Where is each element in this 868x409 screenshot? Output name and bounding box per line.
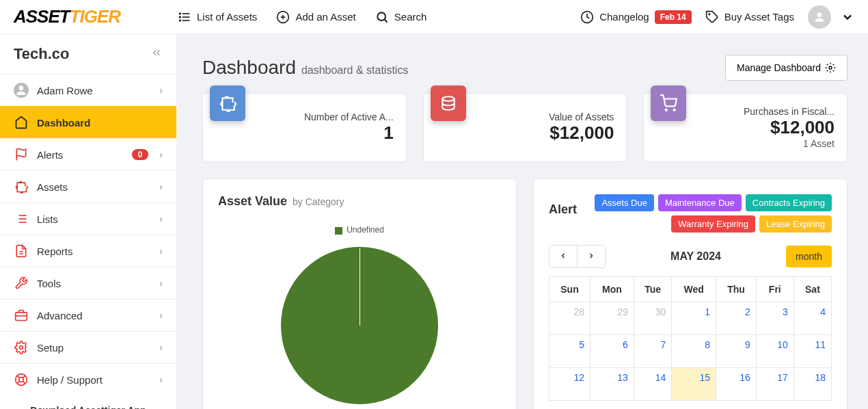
list-icon — [178, 10, 191, 24]
stat-value: $12,000 — [550, 122, 614, 144]
chevron-right-icon: › — [159, 310, 163, 321]
download-app-section: Download Assettiger App GET IT ON — [0, 395, 176, 409]
changelog-link[interactable]: Changelog Feb 14 — [580, 10, 692, 24]
collapse-sidebar-button[interactable] — [150, 45, 163, 63]
tag-lease-expiring[interactable]: Lease Expiring — [759, 215, 832, 233]
svg-point-5 — [180, 20, 181, 21]
sidebar-item-reports[interactable]: Reports › — [0, 235, 176, 267]
calendar-day-cell[interactable]: 4 — [794, 302, 831, 335]
calendar-day-cell[interactable]: 29 — [590, 302, 634, 335]
svg-point-26 — [20, 346, 23, 349]
add-asset-link[interactable]: Add an Asset — [276, 10, 355, 24]
flag-icon — [14, 147, 29, 162]
calendar-day-cell[interactable]: 5 — [550, 335, 591, 368]
calendar-day-cell[interactable]: 28 — [550, 302, 591, 335]
calendar-day-cell[interactable]: 30 — [634, 302, 672, 335]
main-content: Dashboard dashboard & statistics Manage … — [176, 34, 868, 409]
calendar-day-cell[interactable]: 6 — [590, 335, 634, 368]
calendar-day-header: Sat — [794, 277, 831, 302]
pie-chart[interactable] — [281, 247, 438, 404]
changelog-badge: Feb 14 — [655, 10, 692, 24]
calendar-day-cell[interactable]: 16 — [716, 368, 757, 401]
calendar-day-header: Tue — [634, 277, 672, 302]
svg-point-28 — [19, 378, 24, 382]
panel-subtitle: by Category — [293, 196, 344, 207]
calendar: SunMonTueWedThuFriSat 282930123456789101… — [549, 276, 832, 401]
chevron-right-icon: › — [159, 374, 163, 385]
sidebar-item-advanced[interactable]: Advanced › — [0, 299, 176, 331]
user-menu[interactable] — [808, 5, 854, 29]
sidebar-item-help[interactable]: Help / Support › — [0, 363, 176, 395]
buy-asset-tags-link[interactable]: Buy Asset Tags — [705, 10, 794, 24]
document-icon — [14, 243, 29, 259]
calendar-prev-button[interactable] — [550, 246, 578, 267]
toolbox-icon — [14, 308, 29, 323]
calendar-day-cell[interactable]: 1 — [672, 302, 716, 335]
calendar-day-cell[interactable]: 11 — [794, 335, 831, 368]
svg-point-4 — [180, 16, 181, 18]
logo[interactable]: ASSETTIGER — [14, 6, 120, 27]
manage-dashboard-button[interactable]: Manage Dashboard — [725, 55, 847, 81]
tag-contracts-expiring[interactable]: Contracts Expiring — [746, 194, 832, 211]
svg-point-36 — [674, 109, 675, 111]
svg-point-13 — [817, 12, 822, 17]
calendar-day-cell[interactable]: 12 — [550, 368, 591, 401]
calendar-view-button[interactable]: month — [786, 246, 832, 267]
stat-card-active-assets[interactable]: Number of Active A... 1 — [202, 93, 407, 162]
sidebar-item-dashboard[interactable]: Dashboard — [0, 106, 176, 138]
calendar-day-cell[interactable]: 15 — [672, 368, 716, 401]
page-subtitle: dashboard & statistics — [301, 64, 409, 76]
list-of-assets-link[interactable]: List of Assets — [178, 10, 257, 24]
puzzle-icon — [14, 179, 29, 194]
calendar-day-header: Wed — [672, 277, 716, 302]
calendar-day-cell[interactable]: 17 — [756, 368, 794, 401]
chevron-right-icon: › — [159, 278, 163, 289]
svg-rect-24 — [16, 313, 27, 321]
sidebar-item-setup[interactable]: Setup › — [0, 331, 176, 363]
calendar-day-header: Thu — [716, 277, 757, 302]
calendar-day-cell[interactable]: 3 — [756, 302, 794, 335]
svg-line-31 — [23, 375, 25, 378]
calendar-day-header: Mon — [590, 277, 634, 302]
plus-circle-icon — [276, 10, 290, 24]
svg-line-29 — [17, 375, 20, 378]
tag-maintenance-due[interactable]: Maintenance Due — [658, 194, 742, 211]
chevron-right-icon: › — [159, 246, 163, 256]
calendar-day-cell[interactable]: 7 — [634, 335, 672, 368]
sidebar-item-user[interactable]: Adam Rowe › — [0, 74, 176, 106]
calendar-day-cell[interactable]: 9 — [716, 335, 757, 368]
sidebar: Tech.co Adam Rowe › Dashboard Alerts 0 ›… — [0, 34, 176, 409]
calendar-day-cell[interactable]: 8 — [672, 335, 716, 368]
sidebar-item-tools[interactable]: Tools › — [0, 267, 176, 299]
stat-card-purchases[interactable]: Purchases in Fiscal... $12,000 1 Asset — [643, 93, 847, 162]
search-link[interactable]: Search — [375, 10, 427, 24]
calendar-day-cell[interactable]: 14 — [634, 368, 672, 401]
coins-icon — [431, 85, 466, 121]
wrench-icon — [14, 276, 29, 291]
tag-icon — [705, 10, 719, 24]
panel-title: Asset Value — [218, 194, 287, 208]
cart-icon — [651, 85, 686, 121]
calendar-day-cell[interactable]: 2 — [716, 302, 757, 335]
tag-assets-due[interactable]: Assets Due — [595, 194, 653, 211]
calendar-day-cell[interactable]: 10 — [756, 335, 794, 368]
chevron-right-icon: › — [159, 342, 163, 353]
calendar-next-button[interactable] — [578, 246, 605, 267]
sidebar-item-alerts[interactable]: Alerts 0 › — [0, 138, 176, 170]
svg-line-30 — [23, 381, 25, 384]
svg-point-14 — [19, 85, 24, 90]
chevron-right-icon: › — [159, 85, 163, 96]
calendar-day-cell[interactable]: 13 — [590, 368, 634, 401]
stat-label: Number of Active A... — [304, 111, 394, 122]
alert-panel: Alert Assets Due Maintenance Due Contrac… — [533, 179, 847, 409]
svg-point-12 — [709, 14, 710, 15]
sidebar-item-assets[interactable]: Assets › — [0, 170, 176, 202]
calendar-day-cell[interactable]: 18 — [794, 368, 831, 401]
svg-point-34 — [442, 96, 454, 101]
svg-point-9 — [377, 12, 385, 21]
sidebar-item-lists[interactable]: Lists › — [0, 202, 176, 235]
home-icon — [14, 115, 29, 130]
stat-card-value-of-assets[interactable]: Value of Assets $12,000 — [423, 93, 627, 162]
tag-warranty-expiring[interactable]: Warranty Expiring — [671, 215, 755, 233]
calendar-day-header: Sun — [550, 277, 591, 302]
